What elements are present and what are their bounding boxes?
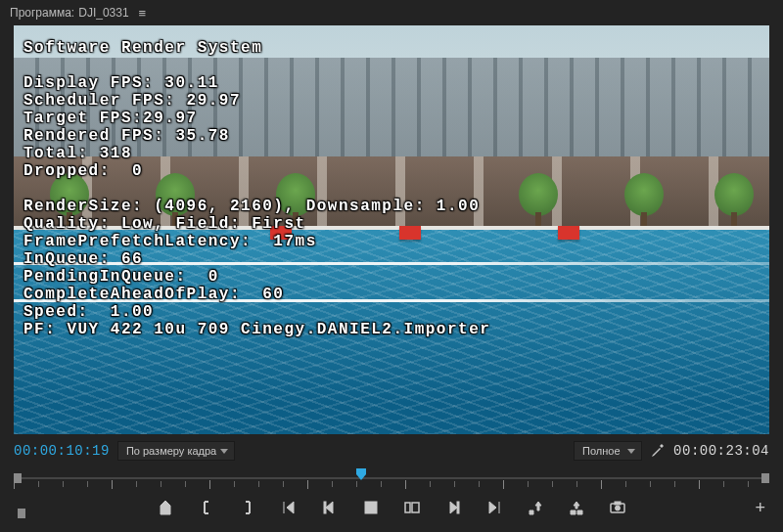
go-to-out-button[interactable] bbox=[484, 498, 504, 517]
current-timecode[interactable]: 00:00:10:19 bbox=[14, 443, 110, 459]
overlay-line: CompleteAheadOfPlay: 60 bbox=[23, 286, 284, 303]
overlay-line: Speed: 1.00 bbox=[23, 303, 154, 321]
debug-overlay: Software Render System Display FPS: 30.1… bbox=[23, 39, 490, 338]
overlay-line: FramePrefetchLatency: 17ms bbox=[23, 233, 317, 250]
timeline-scrubber[interactable] bbox=[14, 467, 769, 491]
program-monitor-viewport[interactable]: Software Render System Display FPS: 30.1… bbox=[14, 25, 769, 434]
info-bar: 00:00:10:19 По размеру кадра Полное 00:0… bbox=[14, 440, 769, 462]
play-selection-button[interactable] bbox=[402, 498, 422, 517]
title-prefix: Программа: bbox=[10, 6, 74, 20]
zoom-dropdown[interactable]: По размеру кадра bbox=[117, 441, 235, 461]
overlay-line: InQueue: 66 bbox=[23, 250, 143, 268]
overlay-line: Target FPS:29.97 bbox=[23, 110, 198, 127]
overlay-line: Quality: Low, Field: First bbox=[23, 215, 306, 233]
titlebar: Программа: DJI_0331 ≡ bbox=[0, 0, 783, 25]
timeline-end-cap[interactable] bbox=[761, 473, 769, 483]
timeline-major-ticks bbox=[14, 480, 769, 489]
out-bracket-button[interactable] bbox=[238, 498, 257, 517]
overlay-line: RenderSize: (4096, 2160), Downsample: 1.… bbox=[23, 198, 480, 215]
total-timecode: 00:00:23:04 bbox=[673, 443, 769, 459]
overlay-line: PF: VUY 422 10u 709 Cinegy.DANIEL2.Impor… bbox=[23, 321, 490, 338]
svg-point-6 bbox=[616, 506, 621, 510]
stop-button[interactable] bbox=[361, 498, 381, 517]
go-to-in-button[interactable] bbox=[279, 498, 299, 517]
left-edge-marker bbox=[18, 509, 25, 518]
add-button[interactable]: + bbox=[755, 498, 765, 518]
timeline-start-cap[interactable] bbox=[14, 473, 22, 483]
quality-dropdown-label: Полное bbox=[582, 445, 621, 457]
step-forward-button[interactable] bbox=[443, 498, 463, 517]
mark-in-button[interactable] bbox=[156, 498, 175, 517]
overlay-line: Total: 318 bbox=[23, 145, 132, 162]
overlay-line: Rendered FPS: 35.78 bbox=[23, 127, 230, 145]
playhead-icon[interactable] bbox=[355, 467, 367, 481]
svg-rect-0 bbox=[324, 502, 326, 513]
overlay-line: Scheduler FPS: 29.97 bbox=[23, 92, 241, 110]
overlay-title: Software Render System bbox=[23, 39, 262, 57]
svg-rect-1 bbox=[365, 502, 377, 513]
svg-rect-4 bbox=[457, 502, 459, 513]
svg-rect-2 bbox=[405, 503, 410, 512]
timeline-track bbox=[14, 477, 769, 479]
step-back-button[interactable] bbox=[320, 498, 340, 517]
svg-rect-7 bbox=[615, 502, 621, 505]
panel-menu-icon[interactable]: ≡ bbox=[139, 6, 147, 21]
overlay-line: Display FPS: 30.11 bbox=[23, 74, 219, 92]
quality-dropdown[interactable]: Полное bbox=[574, 441, 642, 461]
overlay-line: Dropped: 0 bbox=[23, 162, 143, 180]
svg-rect-3 bbox=[412, 503, 419, 512]
transport-controls bbox=[0, 491, 783, 524]
extract-button[interactable] bbox=[567, 498, 586, 517]
in-bracket-button[interactable] bbox=[197, 498, 216, 517]
lift-button[interactable] bbox=[526, 498, 545, 517]
title-name: DJI_0331 bbox=[78, 6, 128, 20]
overlay-line: PendingInQueue: 0 bbox=[23, 268, 219, 286]
settings-icon[interactable] bbox=[650, 443, 666, 459]
export-frame-button[interactable] bbox=[608, 498, 627, 517]
zoom-dropdown-label: По размеру кадра bbox=[126, 445, 216, 457]
